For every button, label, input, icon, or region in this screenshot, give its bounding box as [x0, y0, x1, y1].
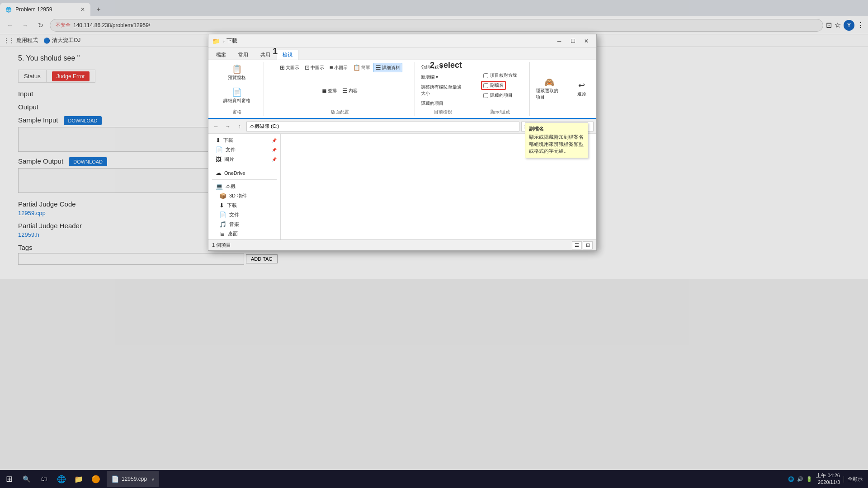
- tab-view[interactable]: 檢視: [277, 50, 298, 60]
- sidebar-documents-label: 文件: [226, 146, 236, 153]
- tab-file[interactable]: 檔案: [210, 50, 232, 60]
- preview-pane-button[interactable]: 📋 預覽窗格: [226, 63, 248, 85]
- ribbon-group-show-hide: 項目核對方塊 副檔名 隱藏的項目 顯示/隱藏: [471, 62, 530, 116]
- sidebar-pictures-label: 圖片: [224, 156, 234, 163]
- pictures-icon: 🖼: [216, 156, 222, 163]
- statusbar-count: 1 個項目: [212, 242, 231, 249]
- ribbon: 檔案 常用 共用 檢視 1 2. select 📋 預覽窗格: [208, 48, 596, 119]
- ribbon-group-panes: 📋 預覽窗格 📄 詳細資料窗格 窗格: [210, 62, 264, 116]
- tooltip-title: 副檔名: [529, 126, 584, 132]
- file-extension-button[interactable]: 副檔名: [481, 81, 506, 90]
- large-icons-button[interactable]: ⊞ 大圖示: [278, 63, 302, 72]
- ribbon-group-restore: ↩ 還原: [569, 62, 594, 116]
- preview-pane-icon: 📋: [232, 64, 242, 74]
- sidebar-item-3d-objects[interactable]: 📦 3D 物件: [208, 191, 280, 201]
- hidden-items-button[interactable]: 隱藏的項目: [481, 91, 515, 100]
- restore-button[interactable]: ↩ 還原: [572, 79, 592, 99]
- fit-columns-label: 調整所有欄位至最適大小: [421, 84, 465, 97]
- medium-icons-button[interactable]: ⊡ 中圖示: [302, 63, 326, 72]
- file-explorer-dialog: 📁 ↓ 下載 ─ ☐ ✕ 檔案 常用 共用 檢視 1 2. sel: [208, 34, 597, 251]
- content-icon: ☰: [342, 87, 348, 94]
- sidebar-downloads-label: 下載: [223, 137, 233, 144]
- dialog-titlebar: 📁 ↓ 下載 ─ ☐ ✕: [208, 34, 596, 48]
- add-column-button[interactable]: 新增欄 ▾: [419, 73, 440, 82]
- toolbar-address-bar[interactable]: 本機磁碟 (C:): [246, 122, 519, 131]
- statusbar-details-button[interactable]: ☰: [572, 241, 582, 249]
- ribbon-group-extra: 🙈 隱藏選取的項目: [531, 62, 568, 116]
- list-button[interactable]: ≡ 小圖示: [327, 63, 350, 72]
- show-hide-buttons: 項目核對方塊 副檔名 隱藏的項目: [481, 63, 519, 108]
- sidebar-item-pictures[interactable]: 🖼 圖片 📌: [208, 155, 280, 164]
- hidden-items-small-label: 隱藏的項目: [421, 100, 443, 107]
- hide-selected-button[interactable]: 🙈 隱藏選取的項目: [533, 76, 565, 102]
- item-checkbox[interactable]: [483, 73, 488, 78]
- tiles-icon: ≣: [322, 87, 327, 94]
- sidebar-item-downloads2[interactable]: ⬇ 下載: [208, 201, 280, 210]
- fit-columns-button[interactable]: 調整所有欄位至最適大小: [419, 83, 467, 98]
- sidebar-desktop-label: 桌面: [228, 230, 238, 237]
- sidebar-item-this-pc[interactable]: 💻 本機: [208, 182, 280, 191]
- toolbar-address-text: 本機磁碟 (C:): [250, 123, 279, 130]
- toolbar-up-button[interactable]: ↑: [235, 122, 245, 131]
- simple-button[interactable]: 📋 簡單: [351, 63, 373, 72]
- extra-buttons: 🙈 隱藏選取的項目: [533, 63, 565, 114]
- restore-label: 還原: [577, 91, 586, 97]
- close-button[interactable]: ✕: [580, 36, 593, 46]
- minimize-button[interactable]: ─: [553, 36, 566, 46]
- current-view-label: 目前檢視: [434, 109, 452, 115]
- details-pane-label: 詳細資料窗格: [223, 98, 250, 104]
- sidebar-3d-label: 3D 物件: [229, 192, 247, 199]
- restore-icon: ↩: [578, 80, 585, 90]
- 3d-objects-icon: 📦: [219, 192, 226, 199]
- details-button[interactable]: ☰ 詳細資料: [373, 63, 402, 72]
- statusbar-icons-button[interactable]: ⊞: [583, 241, 593, 249]
- sidebar-item-music[interactable]: 🎵 音樂: [208, 220, 280, 229]
- hide-selected-label: 隱藏選取的項目: [536, 88, 563, 100]
- large-icons-icon: ⊞: [280, 64, 285, 71]
- details-pane-icon: 📄: [232, 87, 242, 97]
- simple-icon: 📋: [353, 64, 360, 71]
- sidebar-downloads2-label: 下載: [227, 202, 237, 209]
- sidebar-onedrive-label: OneDrive: [224, 170, 245, 176]
- tooltip-extension: 副檔名 顯示或隱藏附加到檔案名稱組塊用來辨識檔案類型或格式的字元組。: [525, 122, 588, 158]
- hidden-items-small-button[interactable]: 隱藏的項目: [419, 99, 446, 108]
- statusbar-view-buttons: ☰ ⊞: [572, 241, 593, 249]
- toolbar-back-button[interactable]: ←: [211, 122, 221, 131]
- dialog-overlay: 📁 ↓ 下載 ─ ☐ ✕ 檔案 常用 共用 檢視 1 2. sel: [0, 0, 868, 488]
- pin-icon-3: 📌: [272, 157, 277, 162]
- sidebar-item-downloads[interactable]: ⬇ 下載 📌: [208, 136, 280, 145]
- details-pane-button[interactable]: 📄 詳細資料窗格: [221, 86, 253, 108]
- sidebar-item-desktop[interactable]: 🖥 桌面: [208, 229, 280, 239]
- item-checkbox-label: 項目核對方塊: [490, 72, 517, 79]
- panes-label: 窗格: [232, 109, 241, 115]
- maximize-button[interactable]: ☐: [566, 36, 579, 46]
- panes-buttons: 📋 預覽窗格 📄 詳細資料窗格: [213, 63, 261, 108]
- sidebar-documents2-label: 文件: [229, 211, 239, 218]
- desktop-icon: 🖥: [219, 230, 225, 237]
- annotation-1: 1: [273, 46, 278, 56]
- dialog-sidebar: ⬇ 下載 📌 📄 文件 📌 🖼 圖片 📌 ☁ OneDrive: [208, 134, 281, 239]
- sidebar-item-onedrive[interactable]: ☁ OneDrive: [208, 168, 280, 178]
- sidebar-item-documents2[interactable]: 📄 文件: [208, 210, 280, 220]
- content-button[interactable]: ☰ 內容: [340, 86, 360, 95]
- sidebar-this-pc-label: 本機: [226, 183, 236, 190]
- toolbar-forward-button[interactable]: →: [223, 122, 233, 131]
- sidebar-item-documents[interactable]: 📄 文件 📌: [208, 145, 280, 155]
- music-icon: 🎵: [219, 221, 226, 228]
- add-column-label: 新增欄 ▾: [421, 74, 438, 80]
- tiles-button[interactable]: ≣ 並排: [320, 86, 339, 95]
- item-checkbox-button[interactable]: 項目核對方塊: [481, 71, 519, 80]
- extension-label: 副檔名: [490, 82, 504, 89]
- sidebar-divider-2: [212, 179, 277, 180]
- tab-home[interactable]: 常用: [232, 50, 254, 60]
- list-icon: ≡: [330, 64, 333, 71]
- hidden-checkbox[interactable]: [483, 93, 488, 98]
- annotation-select: 2. select: [430, 61, 462, 70]
- extension-checkbox[interactable]: [483, 83, 488, 88]
- dialog-folder-icon: 📁: [212, 38, 220, 45]
- sidebar-divider-1: [212, 166, 277, 166]
- layout-buttons: ⊞ 大圖示 ⊡ 中圖示 ≡ 小圖示 📋 簡單: [268, 63, 412, 108]
- documents-icon: 📄: [216, 146, 223, 153]
- ribbon-group-current-view: 分組方式 ▾ 新增欄 ▾ 調整所有欄位至最適大小 隱藏的項目 目前檢視: [416, 62, 470, 116]
- ribbon-group-layout: ⊞ 大圖示 ⊡ 中圖示 ≡ 小圖示 📋 簡單: [265, 62, 415, 116]
